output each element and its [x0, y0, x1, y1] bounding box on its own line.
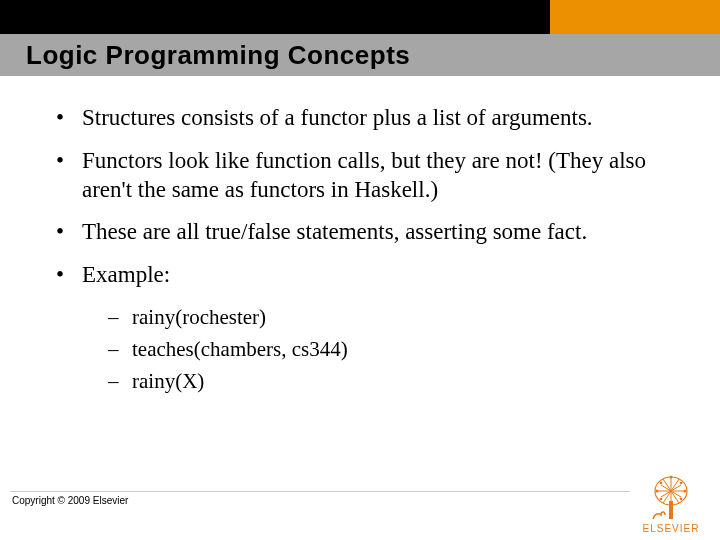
bullet-marker: • [52, 218, 82, 247]
bullet-item: • These are all true/false statements, a… [52, 218, 672, 247]
divider-line [10, 491, 630, 492]
bullet-item: • Functors look like function calls, but… [52, 147, 672, 205]
copyright-text: Copyright © 2009 Elsevier [12, 495, 128, 506]
bullet-text: Example: [82, 261, 672, 290]
bullet-marker: • [52, 261, 82, 290]
svg-point-7 [660, 498, 663, 501]
sub-bullet-item: – rainy(rochester) [108, 304, 672, 330]
bullet-item: • Example: [52, 261, 672, 290]
bullet-text: Functors look like function calls, but t… [82, 147, 672, 205]
svg-point-2 [670, 476, 673, 479]
bullet-marker: • [52, 147, 82, 205]
sub-bullet-list: – rainy(rochester) – teaches(chambers, c… [108, 304, 672, 395]
sub-bullet-text: teaches(chambers, cs344) [132, 336, 348, 362]
sub-bullet-marker: – [108, 336, 132, 362]
sub-bullet-text: rainy(X) [132, 368, 204, 394]
sub-bullet-text: rainy(rochester) [132, 304, 266, 330]
svg-point-8 [680, 498, 683, 501]
elsevier-logo: ELSEVIER [638, 473, 704, 534]
elsevier-logo-text: ELSEVIER [638, 523, 704, 534]
header-orange-box [550, 0, 720, 34]
bullet-item: • Structures consists of a functor plus … [52, 104, 672, 133]
title-bar: Logic Programming Concepts [0, 34, 720, 76]
svg-point-6 [680, 482, 683, 485]
sub-bullet-item: – teaches(chambers, cs344) [108, 336, 672, 362]
bullet-text: Structures consists of a functor plus a … [82, 104, 672, 133]
svg-point-4 [684, 490, 687, 493]
svg-point-3 [656, 490, 659, 493]
sub-bullet-marker: – [108, 304, 132, 330]
elsevier-tree-icon [643, 473, 699, 521]
content-area: • Structures consists of a functor plus … [52, 104, 672, 401]
slide-title: Logic Programming Concepts [0, 40, 410, 71]
svg-point-5 [660, 482, 663, 485]
sub-bullet-item: – rainy(X) [108, 368, 672, 394]
bullet-marker: • [52, 104, 82, 133]
sub-bullet-marker: – [108, 368, 132, 394]
bullet-text: These are all true/false statements, ass… [82, 218, 672, 247]
